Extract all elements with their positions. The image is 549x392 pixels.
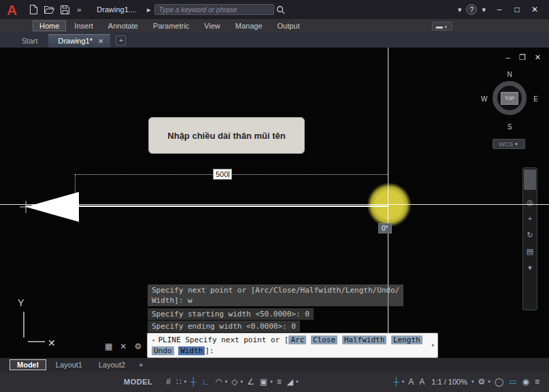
autoscale-icon[interactable]: A (419, 377, 425, 387)
polar-tracking-icon[interactable]: ◠ (215, 377, 222, 387)
command-dock-customize-icon[interactable]: ⚙ (134, 342, 142, 351)
viewcube-east-label[interactable]: E (533, 95, 538, 103)
viewcube-south-label[interactable]: S (480, 123, 539, 131)
autocad-logo-menu[interactable]: A (7, 3, 17, 17)
viewcube-west-label[interactable]: W (481, 95, 487, 103)
osnap-tracking-icon[interactable]: ∠ (247, 377, 254, 387)
minimize-button[interactable]: – (492, 5, 507, 14)
osnap-dropdown-icon[interactable]: ▾ (270, 379, 273, 385)
new-file-icon[interactable] (27, 3, 40, 16)
ribbon-tab-manage[interactable]: Manage (229, 20, 269, 31)
ribbon-tab-bar: Home Insert Annotate Parametric View Man… (0, 19, 549, 33)
drawing-restore-icon[interactable]: ❐ (519, 53, 526, 62)
viewcube-top-face[interactable]: TOP (501, 92, 518, 105)
nav-more-icon[interactable]: ▾ (528, 259, 532, 276)
command-line[interactable]: ▾PLINE Specify next point or [Arc Close … (147, 333, 438, 358)
ribbon-display-toggle[interactable]: ▬ ▾ (432, 22, 452, 31)
keyword-length[interactable]: Length (391, 336, 422, 344)
search-breadcrumb-icon[interactable]: ▸ (147, 5, 151, 14)
status-bar-menu-icon[interactable]: ≡ (535, 377, 539, 387)
ribbon-tab-view[interactable]: View (197, 20, 227, 31)
save-icon[interactable] (58, 3, 71, 16)
snap-dropdown-icon[interactable]: ▾ (184, 379, 187, 385)
keyword-width[interactable]: Width (178, 346, 205, 355)
ortho-mode-icon[interactable]: ∟ (202, 377, 210, 387)
ribbon-display-dropdown-icon[interactable]: ▾ (444, 24, 447, 29)
graphics-performance-icon[interactable]: ▭ (509, 377, 516, 387)
tab-layout1[interactable]: Layout1 (49, 360, 89, 370)
viewcube[interactable]: N TOP W E S (480, 71, 539, 136)
lineweight-icon[interactable]: ≡ (277, 377, 282, 387)
command-dock-grip-icon[interactable]: ▦ (105, 342, 112, 351)
drawing-minimize-icon[interactable]: – (506, 53, 510, 62)
recent-commands-icon[interactable]: ▾ (152, 337, 155, 344)
new-drawing-tab-button[interactable]: + (116, 35, 126, 46)
nav-showmotion-icon[interactable]: ▤ (527, 243, 533, 259)
ribbon-tab-annotate[interactable]: Annotate (101, 20, 145, 31)
viewport-scale-label[interactable]: 1:1 / 100% (431, 378, 467, 386)
navigation-bar[interactable]: ◎ + ↻ ▤ ▾ (522, 167, 537, 310)
drawing-area[interactable]: – ❐ ✕ N TOP W E S WCS ▾ ◎ + ↻ ▤ ▾ (0, 48, 549, 358)
ribbon-tab-home[interactable]: Home (33, 20, 66, 31)
new-layout-button[interactable]: + (135, 361, 147, 369)
help-dropdown-icon[interactable]: ▾ (482, 5, 486, 14)
drawing-close-icon[interactable]: ✕ (535, 53, 541, 62)
help-icon[interactable]: ? (466, 4, 477, 15)
customization-gear-icon[interactable]: ⚙ (478, 377, 485, 387)
file-tab-close-icon[interactable]: ✕ (98, 37, 103, 45)
command-history-block: Specify next point or [Arc/Close/Halfwid… (148, 284, 403, 306)
command-dock-close-icon[interactable]: ✕ (120, 342, 127, 351)
ribbon-tab-output[interactable]: Output (271, 20, 307, 31)
wcs-dropdown[interactable]: WCS ▾ (493, 139, 525, 149)
annotation-visibility-icon[interactable]: A (408, 377, 414, 387)
wcs-dropdown-icon[interactable]: ▾ (515, 142, 518, 147)
object-snap-icon[interactable]: ▣ (260, 377, 267, 387)
dynamic-input-icon[interactable]: ┼ (190, 377, 197, 387)
command-history-block: Specify starting width <50.0000>: 0 (148, 308, 314, 320)
open-file-icon[interactable] (42, 3, 56, 16)
tab-model[interactable]: Model (10, 359, 46, 370)
dynamic-input-field[interactable]: 500 (213, 169, 232, 180)
command-history-toggle-icon[interactable]: ▴ (431, 340, 435, 350)
nav-orbit-icon[interactable]: ◎ (527, 194, 533, 210)
file-tab-start[interactable]: Start (11, 35, 48, 48)
dynamic-input-value: 500 (216, 170, 228, 178)
transparency-dropdown-icon[interactable]: ▾ (296, 379, 299, 385)
isodraft-icon[interactable]: ◇ (231, 377, 237, 387)
grid-icon[interactable]: # (166, 377, 171, 387)
close-button[interactable]: ✕ (527, 5, 542, 14)
maximize-button[interactable]: □ (510, 5, 525, 14)
keyword-halfwidth[interactable]: Halfwidth (342, 336, 387, 344)
keyword-close[interactable]: Close (311, 336, 337, 344)
viewcube-north-label[interactable]: N (480, 71, 539, 78)
polar-dropdown-icon[interactable]: ▾ (225, 379, 228, 385)
model-space-label[interactable]: MODEL (124, 378, 152, 386)
isolate-objects-icon[interactable]: ◉ (522, 377, 529, 387)
history-line-4: Specify ending width <0.0000>: 0 (148, 321, 300, 332)
search-icon[interactable] (274, 3, 288, 16)
snap-mode-icon[interactable]: ∷ (176, 377, 182, 387)
isodraft-dropdown-icon[interactable]: ▾ (241, 379, 244, 385)
keyword-undo[interactable]: Undo (152, 346, 174, 355)
signin-dropdown-icon[interactable]: ▾ (458, 5, 462, 14)
annotation-scale-icon[interactable]: ┼ (393, 377, 399, 387)
tab-layout2[interactable]: Layout2 (92, 360, 132, 370)
title-bar: A » Drawing1.... ▸ ▾ ? ▾ – □ ✕ (0, 0, 549, 19)
nav-pan-icon[interactable]: + (528, 210, 532, 227)
transparency-icon[interactable]: ◢ (287, 377, 293, 387)
annotation-dropdown-icon[interactable]: ▾ (402, 379, 405, 385)
navigation-wheel-icon[interactable] (524, 169, 536, 190)
search-input[interactable] (154, 4, 274, 15)
keyword-arc[interactable]: Arc (288, 336, 306, 344)
command-prompt-suffix: ]: (205, 346, 214, 355)
nav-zoom-icon[interactable]: ↻ (527, 227, 533, 243)
quick-access-expand-icon[interactable]: » (77, 5, 81, 14)
autocad-window: A » Drawing1.... ▸ ▾ ? ▾ – □ ✕ Home Inse… (0, 0, 549, 392)
ribbon-tab-insert[interactable]: Insert (67, 20, 100, 31)
scale-dropdown-icon[interactable]: ▾ (471, 379, 474, 385)
customization-dropdown-icon[interactable]: ▾ (488, 379, 490, 385)
clean-screen-icon[interactable]: ◯ (495, 377, 503, 387)
wcs-label: WCS (499, 141, 513, 148)
file-tab-drawing1[interactable]: Drawing1* ✕ (48, 34, 110, 48)
ribbon-tab-parametric[interactable]: Parametric (146, 20, 196, 31)
